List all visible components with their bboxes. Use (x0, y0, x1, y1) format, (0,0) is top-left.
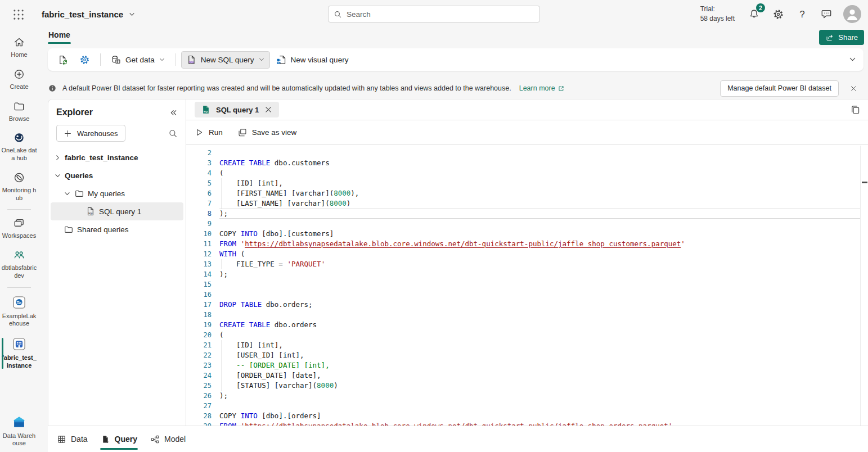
code-line-13[interactable]: 13 FILE_TYPE = 'PARQUET' (186, 259, 860, 269)
query-tab[interactable]: SQL SQL query 1 (195, 102, 279, 117)
rail-item-browse[interactable]: Browse (0, 96, 38, 128)
workspace-switcher[interactable]: fabric_test_instance (42, 0, 136, 28)
model-icon (150, 435, 160, 444)
new-visual-query-button[interactable]: New visual query (271, 51, 354, 69)
main-area: Home Share Get data SQL New SQL query Ne… (38, 28, 868, 452)
close-tab-button[interactable] (264, 105, 273, 114)
code-line-11[interactable]: 11FROM 'https://dbtlabsynapsedatalake.bl… (186, 239, 860, 249)
get-data-icon (111, 55, 122, 65)
code-line-9[interactable]: 9 (186, 219, 860, 229)
browse-icon (13, 100, 25, 112)
view-tab-query[interactable]: Query (100, 432, 138, 447)
save-as-view-button[interactable]: Save as view (237, 128, 297, 138)
explorer-search-button[interactable] (168, 129, 178, 138)
code-line-21[interactable]: 21 [ID] [int], (186, 340, 860, 350)
tree-item-fabric-test-instance[interactable]: fabric_test_instance (51, 148, 183, 166)
notifications-button[interactable]: 2 (746, 7, 761, 21)
tree-item-my-queries[interactable]: My queries (51, 184, 183, 202)
code-line-14[interactable]: 14); (186, 269, 860, 279)
line-number: 23 (186, 360, 212, 370)
rail-item-onelake-data-hub[interactable]: OneLake data hub (0, 127, 38, 167)
rail-item-home[interactable]: Home (0, 31, 38, 64)
view-tab-data[interactable]: Data (56, 432, 88, 447)
editor-overview-ruler[interactable] (860, 146, 868, 426)
app-launcher-button[interactable] (11, 7, 26, 22)
external-link-icon (557, 85, 565, 92)
code-line-23[interactable]: 23 -- [ORDER_DATE] [int], (186, 360, 860, 370)
code-line-25[interactable]: 25 [STATUS] [varchar](8000) (186, 381, 860, 391)
explorer-title: Explorer (56, 107, 93, 117)
search-input[interactable] (347, 10, 534, 19)
code-line-20[interactable]: 20( (186, 330, 860, 340)
rail-item-monitoring-hub[interactable]: Monitoring hub (0, 167, 38, 207)
line-number: 19 (186, 320, 212, 330)
code-line-29[interactable]: 29FROM 'https://dbtlabsynapsedatalake.bl… (186, 421, 860, 426)
code-line-27[interactable]: 27 (186, 401, 860, 411)
code-line-22[interactable]: 22 [USER_ID] [int], (186, 350, 860, 360)
warehouse-settings-button[interactable] (74, 51, 95, 69)
code-line-4[interactable]: 4( (186, 168, 860, 178)
help-button[interactable]: ? (795, 7, 809, 21)
rail-item-dbtlabsfabricdev[interactable]: dbtlabsfabricdev (0, 245, 38, 284)
share-button[interactable]: Share (819, 30, 864, 45)
copy-button[interactable] (850, 105, 861, 115)
code-line-28[interactable]: 28COPY INTO [dbo].[orders] (186, 411, 860, 421)
feedback-button[interactable] (819, 7, 834, 21)
rail-item-label: Browse (9, 115, 30, 123)
trial-status: Trial: 58 days left (700, 4, 735, 24)
code-line-7[interactable]: 7 [LAST_NAME] [varchar](8000) (186, 198, 860, 209)
settings-button[interactable] (771, 7, 785, 21)
add-warehouses-button[interactable]: Warehouses (56, 125, 125, 142)
refresh-button[interactable] (52, 51, 73, 69)
global-search[interactable] (328, 6, 540, 22)
dataset-info-banner: A default Power BI dataset for faster re… (48, 76, 863, 100)
code-line-6[interactable]: 6 [FIRST_NAME] [varchar](8000), (186, 188, 860, 198)
rail-item-workspaces[interactable]: Workspaces (0, 213, 38, 245)
rail-item-fabric-test-instance[interactable]: fabric_test_instance (0, 332, 38, 374)
code-line-16[interactable]: 16 (186, 290, 860, 300)
banner-close-button[interactable] (847, 82, 860, 95)
code-line-content: WITH ( (219, 249, 860, 259)
new-sql-query-button[interactable]: SQL New SQL query (181, 51, 270, 69)
sql-doc-green-icon: SQL (201, 105, 211, 115)
left-nav-rail: HomeCreateBrowseOneLake data hubMonitori… (0, 28, 38, 452)
code-line-12[interactable]: 12WITH ( (186, 249, 860, 259)
save-view-icon (237, 128, 248, 138)
code-line-17[interactable]: 17DROP TABLE dbo.orders; (186, 300, 860, 310)
tree-item-shared-queries[interactable]: Shared queries (51, 220, 183, 238)
run-button[interactable]: Run (195, 128, 223, 137)
code-line-19[interactable]: 19CREATE TABLE dbo.orders (186, 320, 860, 330)
code-line-2[interactable]: 2 (186, 148, 860, 158)
rail-divider (7, 209, 31, 210)
tree-item-sql-query-1[interactable]: SQLSQL query 1 (51, 202, 183, 220)
line-number: 29 (186, 421, 212, 426)
get-data-button[interactable]: Get data (106, 51, 170, 69)
code-line-3[interactable]: 3CREATE TABLE dbo.customers (186, 158, 860, 168)
learn-more-link[interactable]: Learn more (519, 84, 565, 92)
collapse-explorer-button[interactable] (169, 109, 178, 117)
code-line-18[interactable]: 18 (186, 310, 860, 320)
code-line-15[interactable]: 15 (186, 279, 860, 290)
tab-home[interactable]: Home (48, 30, 70, 44)
query-tab-bar: SQL SQL query 1 (186, 100, 868, 120)
rail-item-examplelakehouse[interactable]: ExampleLakehouse (0, 291, 38, 333)
code-line-26[interactable]: 26); (186, 391, 860, 401)
code-line-24[interactable]: 24 [ORDER_DATE] [date], (186, 370, 860, 381)
chevron-down-icon (64, 190, 71, 197)
tree-item-queries[interactable]: Queries (51, 166, 183, 184)
view-tab-model[interactable]: Model (150, 432, 186, 447)
rail-item-data-warehouse[interactable]: Data Warehouse (0, 410, 38, 452)
avatar[interactable] (843, 5, 861, 23)
rail-item-create[interactable]: Create (0, 64, 38, 96)
manage-dataset-button[interactable]: Manage default Power BI dataset (720, 80, 839, 97)
line-number: 14 (186, 269, 212, 279)
code-line-5[interactable]: 5 [ID] [int], (186, 178, 860, 188)
code-line-content: ( (219, 330, 860, 340)
code-line-10[interactable]: 10COPY INTO [dbo].[customers] (186, 229, 860, 239)
chevron-down-icon (258, 56, 265, 63)
line-number: 7 (186, 198, 212, 209)
code-line-8[interactable]: 8); (186, 209, 860, 219)
ribbon-expand-chevron[interactable] (848, 55, 857, 64)
chevron-down-icon (159, 56, 165, 63)
sql-code-editor[interactable]: 23CREATE TABLE dbo.customers4(5 [ID] [in… (186, 146, 860, 426)
